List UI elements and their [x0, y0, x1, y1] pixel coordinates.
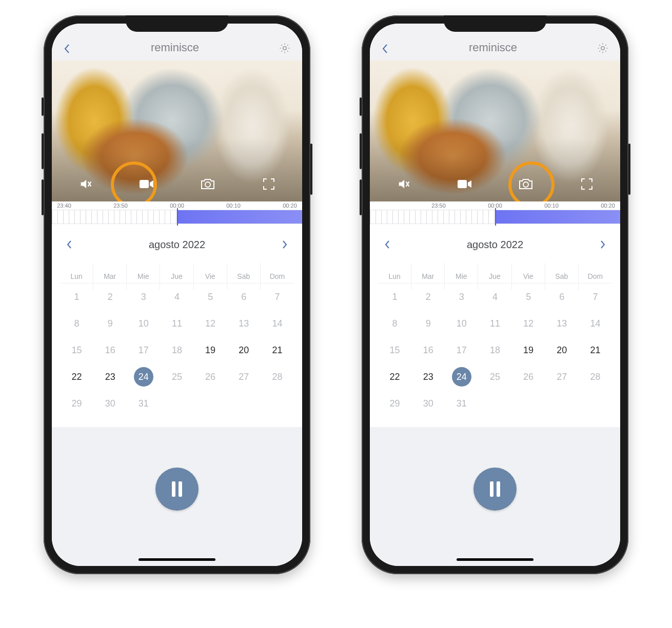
month-label: agosto 2022: [467, 239, 523, 251]
calendar-day[interactable]: 15: [60, 337, 93, 363]
calendar-day[interactable]: 16: [93, 337, 127, 363]
next-month-button[interactable]: [282, 240, 288, 249]
calendar-day[interactable]: 2: [93, 283, 127, 310]
playback-timeline[interactable]: 23:4023:5000:0000:1000:20: [52, 201, 302, 228]
prev-month-button[interactable]: [66, 240, 72, 249]
calendar-day[interactable]: 12: [194, 310, 227, 337]
calendar-day[interactable]: 15: [378, 337, 411, 363]
calendar-day[interactable]: 9: [411, 310, 445, 337]
calendar-day[interactable]: 13: [545, 310, 579, 337]
calendar-day[interactable]: 26: [194, 363, 227, 390]
calendar-day[interactable]: 12: [512, 310, 545, 337]
timeline-playhead: [495, 208, 496, 226]
calendar-day[interactable]: 26: [512, 363, 545, 390]
calendar-day[interactable]: 16: [411, 337, 445, 363]
calendar-day[interactable]: 21: [261, 337, 294, 363]
calendar-week-row: 15161718192021: [378, 337, 612, 363]
snapshot-button[interactable]: [516, 174, 536, 194]
calendar-day[interactable]: 19: [194, 337, 227, 363]
home-indicator[interactable]: [139, 558, 215, 561]
calendar-day[interactable]: 4: [160, 283, 193, 310]
home-indicator[interactable]: [457, 558, 533, 561]
record-video-button[interactable]: [136, 174, 157, 194]
next-month-button[interactable]: [600, 240, 606, 249]
calendar-day[interactable]: 6: [545, 283, 579, 310]
back-button[interactable]: [63, 43, 71, 54]
calendar-day[interactable]: 23: [93, 363, 127, 390]
snapshot-button[interactable]: [197, 174, 218, 194]
calendar-day[interactable]: 14: [261, 310, 294, 337]
calendar-day[interactable]: 29: [378, 390, 411, 417]
calendar-day[interactable]: 14: [579, 310, 612, 337]
calendar-day[interactable]: 8: [378, 310, 411, 337]
calendar-day[interactable]: 8: [60, 310, 93, 337]
mute-button[interactable]: [393, 174, 414, 194]
calendar-day[interactable]: 30: [411, 390, 445, 417]
calendar-day[interactable]: 31: [445, 390, 478, 417]
playback-viewport[interactable]: [370, 60, 620, 201]
settings-button[interactable]: [597, 42, 609, 54]
calendar-day[interactable]: 4: [478, 283, 511, 310]
calendar-day[interactable]: 24: [445, 363, 478, 390]
fullscreen-button[interactable]: [577, 174, 597, 194]
calendar-day[interactable]: 6: [227, 283, 261, 310]
calendar-day[interactable]: 17: [445, 337, 478, 363]
mute-button[interactable]: [75, 174, 96, 194]
prev-month-button[interactable]: [384, 240, 390, 249]
calendar-day[interactable]: 17: [127, 337, 160, 363]
calendar-day[interactable]: 24: [127, 363, 160, 390]
calendar-day[interactable]: 18: [478, 337, 511, 363]
timeline-playhead: [177, 208, 178, 226]
calendar-day[interactable]: 28: [261, 363, 294, 390]
timeline-tick-label: 00:20: [279, 202, 301, 209]
calendar-day[interactable]: 3: [127, 283, 160, 310]
pause-button[interactable]: [155, 468, 199, 511]
calendar: LunMarMieJueVieSabDom 123456789101112131…: [52, 261, 302, 427]
calendar-day[interactable]: 5: [194, 283, 227, 310]
timeline-track[interactable]: [370, 210, 620, 224]
calendar-day[interactable]: 29: [60, 390, 93, 417]
calendar-day[interactable]: 20: [545, 337, 579, 363]
calendar-day[interactable]: 25: [478, 363, 511, 390]
calendar-day[interactable]: 30: [93, 390, 127, 417]
settings-button[interactable]: [279, 42, 291, 54]
record-video-button[interactable]: [454, 174, 475, 194]
timeline-track[interactable]: [52, 210, 302, 224]
calendar-day[interactable]: 22: [60, 363, 93, 390]
calendar-week-row: 293031: [378, 390, 612, 417]
calendar-day[interactable]: 27: [227, 363, 261, 390]
calendar-day[interactable]: 1: [60, 283, 93, 310]
back-button[interactable]: [381, 43, 389, 54]
calendar-day[interactable]: 19: [512, 337, 545, 363]
calendar-day[interactable]: 11: [478, 310, 511, 337]
calendar-day[interactable]: 5: [512, 283, 545, 310]
playback-viewport[interactable]: [52, 60, 302, 201]
month-navigator: agosto 2022: [52, 228, 302, 261]
calendar-day[interactable]: 18: [160, 337, 193, 363]
calendar-day[interactable]: 10: [127, 310, 160, 337]
calendar-day[interactable]: 11: [160, 310, 193, 337]
calendar-day[interactable]: 2: [411, 283, 445, 310]
calendar-day[interactable]: 7: [261, 283, 294, 310]
calendar-day[interactable]: 27: [545, 363, 579, 390]
calendar-day[interactable]: 7: [579, 283, 612, 310]
calendar-day[interactable]: 22: [378, 363, 411, 390]
phone-frame: reminisce: [44, 15, 310, 574]
calendar-day[interactable]: 3: [445, 283, 478, 310]
calendar-day[interactable]: 9: [93, 310, 127, 337]
fullscreen-button[interactable]: [259, 174, 279, 194]
calendar-day[interactable]: 31: [127, 390, 160, 417]
calendar-day[interactable]: 23: [411, 363, 445, 390]
calendar-day[interactable]: 10: [445, 310, 478, 337]
calendar-day-selected[interactable]: 24: [452, 367, 471, 387]
playback-timeline[interactable]: 23:5000:0000:1000:20: [370, 201, 620, 228]
calendar-day[interactable]: 21: [579, 337, 612, 363]
calendar-day-selected[interactable]: 24: [134, 367, 153, 387]
calendar-day[interactable]: 25: [160, 363, 193, 390]
calendar-day[interactable]: 20: [227, 337, 261, 363]
pause-button[interactable]: [473, 468, 517, 511]
calendar-day[interactable]: 1: [378, 283, 411, 310]
calendar-body: 1234567891011121314151617181920212223242…: [378, 283, 612, 417]
calendar-day[interactable]: 13: [227, 310, 261, 337]
calendar-day[interactable]: 28: [579, 363, 612, 390]
